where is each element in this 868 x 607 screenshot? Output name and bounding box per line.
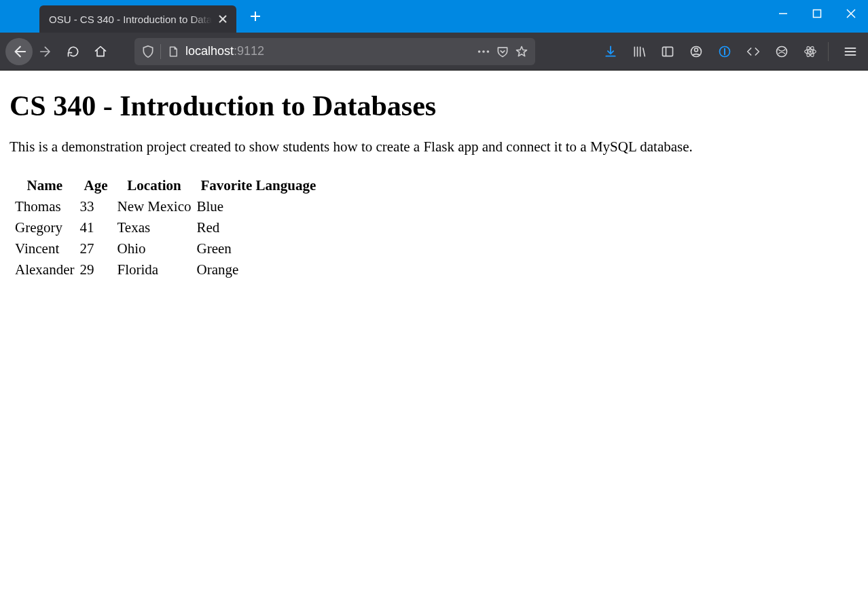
cell-age: 33 [78,198,113,215]
svg-point-3 [487,50,490,53]
reload-button[interactable] [60,38,87,65]
table-row: Vincent 27 Ohio Green [14,240,321,257]
page-info-icon[interactable] [164,42,183,61]
tab-strip: OSU - CS 340 - Introduction to Data [0,0,268,33]
svg-point-1 [478,50,481,53]
col-location: Location [115,177,192,194]
toolbar-right [594,39,863,64]
onepassword-icon[interactable] [712,39,737,64]
cell-location: Ohio [115,240,192,257]
cell-age: 41 [78,219,113,236]
svg-rect-4 [663,47,673,56]
toolbar-separator [828,42,829,61]
url-text[interactable]: localhost:9112 [183,44,474,58]
back-button[interactable] [5,38,33,65]
window-maximize-button[interactable] [800,0,834,27]
cell-language: Orange [196,261,322,278]
cell-age: 27 [78,240,113,257]
svg-point-2 [482,50,485,53]
cell-language: Blue [196,198,322,215]
browser-tab[interactable]: OSU - CS 340 - Introduction to Data [39,5,236,33]
toolbar: localhost:9112 [0,33,868,71]
url-bar[interactable]: localhost:9112 [134,38,535,65]
extension-icon-1[interactable] [770,39,794,64]
cell-language: Green [196,240,322,257]
svg-point-9 [809,50,811,52]
browser-window: OSU - CS 340 - Introduction to Data [0,0,868,607]
page-intro: This is a demonstration project created … [10,139,858,155]
menu-button[interactable] [838,39,863,64]
devtools-icon[interactable] [741,39,765,64]
page-heading: CS 340 - Introduction to Databases [10,90,858,122]
cell-location: Texas [115,219,192,236]
url-port: :9112 [234,44,264,58]
window-close-button[interactable] [834,0,868,27]
svg-point-6 [695,48,698,52]
urlbar-separator [160,44,161,59]
table-row: Gregory 41 Texas Red [14,219,321,236]
col-age: Age [78,177,113,194]
home-button[interactable] [87,38,114,65]
cell-age: 29 [78,261,113,278]
people-table: Name Age Location Favorite Language Thom… [11,173,324,282]
forward-button[interactable] [33,38,60,65]
table-header-row: Name Age Location Favorite Language [14,177,321,194]
shield-icon[interactable] [139,42,158,61]
cell-name: Gregory [14,219,75,236]
svg-point-8 [777,46,787,56]
cell-location: New Mexico [115,198,192,215]
col-name: Name [14,177,75,194]
table-row: Thomas 33 New Mexico Blue [14,198,321,215]
react-devtools-icon[interactable] [798,39,822,64]
cell-name: Vincent [14,240,75,257]
cell-location: Florida [115,261,192,278]
tab-close-button[interactable] [216,12,230,26]
col-language: Favorite Language [196,177,322,194]
titlebar: OSU - CS 340 - Introduction to Data [0,0,868,33]
downloads-icon[interactable] [598,39,623,64]
cell-language: Red [196,219,322,236]
pocket-icon[interactable] [493,42,512,61]
new-tab-button[interactable] [243,4,268,29]
cell-name: Alexander [14,261,75,278]
page-content: CS 340 - Introduction to Databases This … [0,71,868,289]
window-controls [766,0,868,27]
window-minimize-button[interactable] [766,0,800,27]
cell-name: Thomas [14,198,75,215]
svg-rect-0 [814,10,821,18]
url-host: localhost [185,44,234,58]
bookmark-star-icon[interactable] [512,42,531,61]
library-icon[interactable] [627,39,651,64]
page-actions-icon[interactable] [474,42,493,61]
sidebar-icon[interactable] [655,39,680,64]
tab-title: OSU - CS 340 - Introduction to Data [49,14,212,25]
account-icon[interactable] [684,39,708,64]
table-row: Alexander 29 Florida Orange [14,261,321,278]
